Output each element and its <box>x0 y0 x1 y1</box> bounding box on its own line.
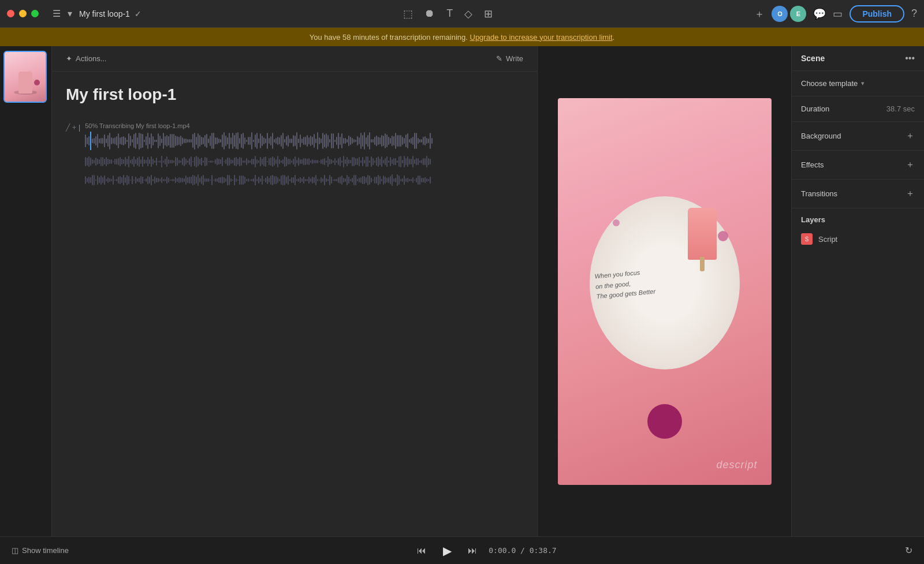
skip-back-button[interactable]: ⏮ <box>417 546 426 556</box>
sparkle-icon: ✦ <box>66 54 72 63</box>
waveform-1 <box>85 132 523 150</box>
grid-icon[interactable]: ⊞ <box>484 8 493 20</box>
waveform-3 <box>85 173 523 187</box>
add-icon[interactable]: ＋ <box>754 7 765 21</box>
transitions-section: Transitions ＋ <box>792 180 924 208</box>
project-title: My first loop-1 <box>66 85 523 104</box>
minimize-button[interactable] <box>19 10 27 17</box>
transcription-label: 50% Transcribing My first loop-1.mp4 <box>85 122 523 129</box>
preview-panel: When you focuson the good,The good gets … <box>537 46 791 536</box>
close-button[interactable] <box>7 10 14 17</box>
transitions-label: Transitions <box>801 189 837 198</box>
shapes-icon[interactable]: ◇ <box>464 8 472 20</box>
effects-row[interactable]: Effects ＋ <box>792 151 924 179</box>
timecode-display: 0:00.0 / 0:38.7 <box>489 546 556 555</box>
background-section: Background ＋ <box>792 122 924 151</box>
preview-petal2 <box>613 219 620 226</box>
scene-header: Scene ••• <box>792 46 924 71</box>
effects-add-icon[interactable]: ＋ <box>906 159 915 171</box>
transitions-add-icon[interactable]: ＋ <box>906 188 915 200</box>
titlebar-center: ☰ ▾ My first loop-1 ✓ <box>53 8 141 19</box>
choose-template-label: Choose template <box>801 79 858 88</box>
duration-section: Duration 38.7 sec <box>792 96 924 122</box>
effects-label: Effects <box>801 160 824 169</box>
chevron-down-icon: ▾ <box>861 80 865 87</box>
avatar-user1: O <box>772 6 788 22</box>
playback-controls: ⏮ ▶ ⏭ 0:00.0 / 0:38.7 <box>417 541 556 560</box>
scene-title: Scene <box>801 54 825 63</box>
duration-value: 38.7 sec <box>886 104 915 113</box>
track-controls: ╱ + | <box>66 122 80 132</box>
waveform-2 <box>85 155 523 169</box>
publish-button[interactable]: Publish <box>850 5 904 23</box>
background-add-icon[interactable]: ＋ <box>906 130 915 142</box>
transitions-row[interactable]: Transitions ＋ <box>792 180 924 208</box>
thumb-preview <box>5 52 46 102</box>
banner-upgrade-link[interactable]: Upgrade to increase your transcription l… <box>470 33 613 42</box>
help-icon[interactable]: ? <box>911 8 917 20</box>
banner-text-suffix: . <box>613 33 615 42</box>
track-add-icon[interactable]: + <box>72 124 76 132</box>
right-panel: Scene ••• Choose template ▾ Duration 38.… <box>791 46 924 536</box>
preview-canvas: When you focuson the good,The good gets … <box>558 98 772 485</box>
pencil-icon: ✎ <box>496 54 502 63</box>
library-icon[interactable]: ⬚ <box>403 8 413 20</box>
saved-check-icon: ✓ <box>135 9 141 18</box>
choose-template-label-group: Choose template ▾ <box>801 79 865 88</box>
menu-icon[interactable]: ☰ <box>53 8 61 19</box>
bottom-bar: ◫ Show timeline ⏮ ▶ ⏭ 0:00.0 / 0:38.7 ↻ <box>0 536 924 564</box>
filmstrip-sidebar: 1 <box>0 46 52 536</box>
preview-plate: When you focuson the good,The good gets … <box>590 196 740 369</box>
editor-panel: ✦ Actions... ✎ Write My first loop-1 ╱ +… <box>52 46 537 536</box>
record-icon[interactable]: ⏺ <box>424 8 435 20</box>
editor-content-area: My first loop-1 ╱ + | 50% Transcribing M… <box>52 72 537 536</box>
skip-forward-button[interactable]: ⏭ <box>468 546 477 556</box>
editor-toolbar: ✦ Actions... ✎ Write <box>52 46 537 72</box>
choose-template-row[interactable]: Choose template ▾ <box>792 71 924 96</box>
layout-icon[interactable]: ▭ <box>833 8 843 20</box>
avatar-user2: E <box>790 6 806 22</box>
background-row[interactable]: Background ＋ <box>792 122 924 150</box>
comments-icon[interactable]: 💬 <box>813 8 826 20</box>
effects-section: Effects ＋ <box>792 151 924 180</box>
preview-watermark: descript <box>716 459 757 471</box>
layer-item-script[interactable]: S Script <box>801 230 915 248</box>
track-edit-icon[interactable]: ╱ <box>66 124 70 132</box>
write-button[interactable]: ✎ Write <box>491 52 528 65</box>
preview-text-overlay: When you focuson the good,The good gets … <box>594 266 655 302</box>
show-timeline-button[interactable]: ◫ Show timeline <box>12 546 69 555</box>
preview-popsicle <box>688 208 717 260</box>
write-label: Write <box>506 54 523 63</box>
preview-flower <box>647 404 682 439</box>
main-content: 1 ✦ Actions... ✎ Write My first <box>0 46 924 536</box>
preview-stick <box>700 257 705 271</box>
loop-button[interactable]: ↻ <box>905 545 912 556</box>
text-icon[interactable]: T <box>446 8 453 20</box>
timeline-icon: ◫ <box>12 546 18 555</box>
maximize-button[interactable] <box>31 10 39 17</box>
traffic-lights <box>7 10 39 17</box>
play-button[interactable]: ▶ <box>438 541 456 560</box>
choose-template-section: Choose template ▾ <box>792 71 924 96</box>
layer-script-icon: S <box>801 233 813 245</box>
project-name: My first loop-1 <box>79 9 130 18</box>
timeline-label: Show timeline <box>22 546 69 555</box>
transcription-area: ╱ + | 50% Transcribing My first loop-1.m… <box>66 122 523 187</box>
preview-petal1 <box>718 231 728 241</box>
dropdown-icon[interactable]: ▾ <box>68 8 72 19</box>
titlebar-right: ＋ O E 💬 ▭ Publish ? <box>754 5 917 23</box>
duration-label: Duration <box>801 104 829 113</box>
background-label: Background <box>801 132 841 140</box>
duration-row[interactable]: Duration 38.7 sec <box>792 96 924 121</box>
layers-section: Layers S Script <box>792 208 924 255</box>
track-cursor: | <box>79 124 80 132</box>
layers-title: Layers <box>801 215 915 224</box>
titlebar-tools: ⬚ ⏺ T ◇ ⊞ <box>403 8 493 20</box>
titlebar: ☰ ▾ My first loop-1 ✓ ⬚ ⏺ T ◇ ⊞ ＋ O E 💬 … <box>0 0 924 28</box>
more-options-button[interactable]: ••• <box>905 53 915 64</box>
actions-button[interactable]: ✦ Actions... <box>61 52 111 65</box>
avatar-group: O E <box>772 6 806 22</box>
layer-script-name: Script <box>818 235 837 244</box>
waveform-container[interactable]: 50% Transcribing My first loop-1.mp4 <box>85 122 523 187</box>
filmstrip-thumb-1[interactable]: 1 <box>3 51 47 103</box>
